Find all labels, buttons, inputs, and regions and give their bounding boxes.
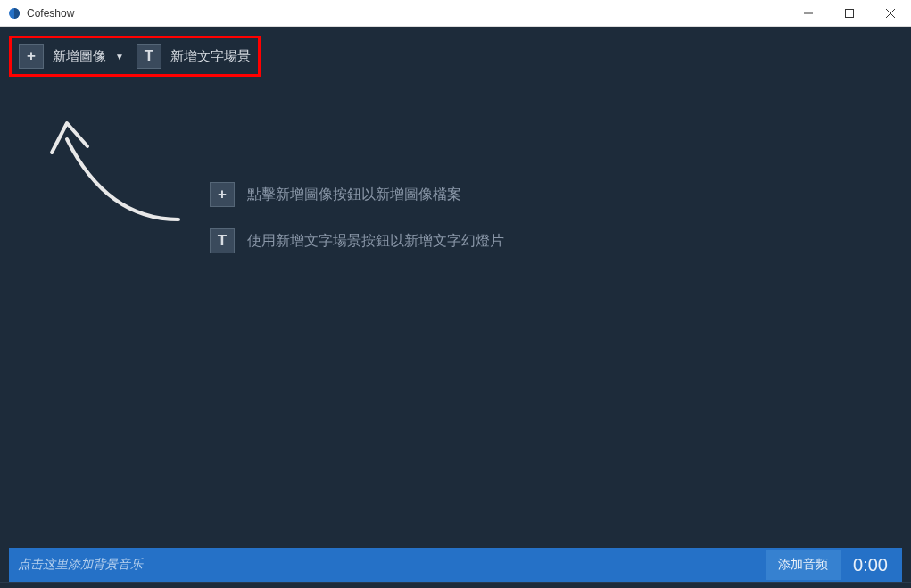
plus-icon: + xyxy=(210,182,235,207)
audio-time: 0:00 xyxy=(841,555,900,576)
close-button[interactable] xyxy=(870,0,911,27)
highlight-annotation: + 新增圖像 ▼ T 新增文字場景 xyxy=(9,36,261,77)
hint-row-image: + 點擊新增圖像按鈕以新增圖像檔案 xyxy=(210,182,504,207)
hint-area: + 點擊新增圖像按鈕以新增圖像檔案 T 使用新增文字場景按鈕以新增文字幻燈片 xyxy=(210,182,504,275)
maximize-button[interactable] xyxy=(829,0,870,27)
add-image-button[interactable]: + 新增圖像 ▼ xyxy=(19,44,124,69)
window-controls xyxy=(788,0,911,27)
titlebar: Cofeshow xyxy=(0,0,911,27)
add-text-scene-label: 新增文字場景 xyxy=(170,48,251,65)
audio-placeholder: 点击这里添加背景音乐 xyxy=(18,557,143,573)
app-title: Cofeshow xyxy=(27,7,788,20)
main-canvas: + 點擊新增圖像按鈕以新增圖像檔案 T 使用新增文字場景按鈕以新增文字幻燈片 xyxy=(0,86,911,548)
minimize-button[interactable] xyxy=(788,0,829,27)
hint-row-text: T 使用新增文字場景按鈕以新增文字幻燈片 xyxy=(210,228,504,253)
text-icon: T xyxy=(137,44,161,69)
toolbar: + 新增圖像 ▼ T 新增文字場景 xyxy=(0,27,911,86)
svg-rect-2 xyxy=(846,9,854,17)
hint-image-text: 點擊新增圖像按鈕以新增圖像檔案 xyxy=(247,186,461,204)
plus-icon: + xyxy=(19,44,44,69)
app-icon xyxy=(7,6,21,21)
text-icon: T xyxy=(210,228,235,253)
add-audio-button[interactable]: 添加音频 xyxy=(766,550,841,580)
hint-arrow xyxy=(27,104,205,282)
audio-bar[interactable]: 点击这里添加背景音乐 添加音频 0:00 xyxy=(9,548,902,582)
add-text-scene-button[interactable]: T 新增文字場景 xyxy=(137,44,251,69)
chevron-down-icon[interactable]: ▼ xyxy=(115,52,124,62)
audio-controls: 添加音频 0:00 xyxy=(766,550,900,580)
hint-text-text: 使用新增文字場景按鈕以新增文字幻燈片 xyxy=(247,232,504,251)
footer: 回到主题 下载吧 www.xiazaiba.com xyxy=(0,582,911,588)
add-image-label: 新增圖像 xyxy=(53,48,106,65)
